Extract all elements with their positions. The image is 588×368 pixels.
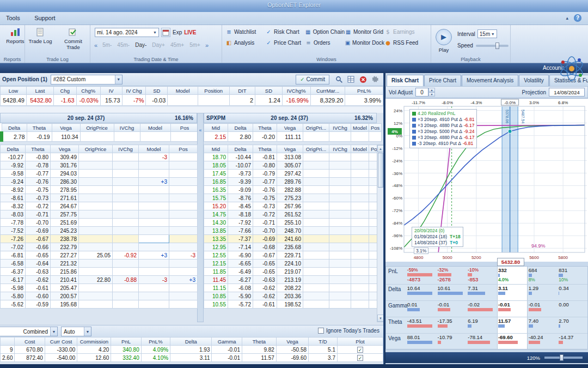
grid-row[interactable]: 12.55-6.90-0.67229.71 (204, 251, 382, 260)
chevron-down-icon[interactable]: ▼ (153, 31, 157, 34)
window-toggle-monitor-grid[interactable]: ▦Monitor Grid (345, 29, 384, 35)
grid-row[interactable]: 10.85-5.90-0.62203.36 (204, 292, 382, 300)
plot-checkbox[interactable]: ✓ (357, 355, 363, 361)
commit-trade-button[interactable]: Commit Trade (58, 25, 88, 50)
grid-row[interactable]: 14.30-7.92-0.71255.10 (204, 219, 382, 227)
grid-row[interactable]: -7.78-0.70251.69 (1, 219, 198, 227)
grid-row[interactable]: -8.61-0.73271.61 (1, 194, 198, 202)
tab-risk-chart[interactable]: Risk Chart (387, 75, 424, 86)
grid-row[interactable]: 11.45-6.27-0.63213.19 (204, 276, 382, 284)
window-toggle-watchlist[interactable]: ≣Watchlist (225, 29, 265, 35)
grid-view-icon[interactable] (347, 75, 355, 83)
close-position-icon[interactable] (359, 75, 367, 83)
speed-slider-thumb[interactable] (495, 43, 499, 49)
gear-icon[interactable] (371, 75, 379, 83)
grid-row[interactable]: 16.35-9.09-0.76282.88 (204, 186, 382, 194)
reports-button[interactable]: Reports (0, 25, 25, 44)
grid-row[interactable]: 14.75-8.18-0.72261.52 (204, 210, 382, 219)
grid-row[interactable]: 2.152.80-0.20111.11 (204, 132, 382, 142)
grid-scrollbar[interactable]: ▲ ▼ (377, 144, 384, 322)
window-toggle-monitor-dock[interactable]: ▣Monitor Dock (345, 40, 384, 46)
plot-checkbox[interactable]: ✓ (357, 347, 363, 353)
zoom-slider-thumb[interactable] (560, 354, 564, 361)
grid-row[interactable]: -6.81-0.65227.2725.05-0.92+3-3 (1, 251, 198, 260)
grid-row[interactable]: -6.58-0.64221.32 (1, 260, 198, 268)
nav-45m[interactable]: 45m- (115, 41, 132, 49)
commit-button[interactable]: ✓ Commit (296, 75, 329, 85)
grid-row[interactable]: -9.92-0.78301.76 (1, 161, 198, 170)
grid-row[interactable]: 12.95-7.14-0.68235.68 (204, 243, 382, 251)
grid-row[interactable]: -7.26-0.67238.78 (1, 235, 198, 243)
window-toggle-option-chain[interactable]: ▦Option Chain (305, 29, 345, 35)
scroll-down-icon[interactable]: ▼ (377, 315, 384, 322)
grid-row[interactable]: 18.05-10.07-0.80305.07 (204, 161, 382, 170)
tab-volatility[interactable]: Volatility (519, 75, 549, 86)
nav-back-icon[interactable]: « (93, 42, 99, 49)
window-toggle-analysis[interactable]: ◧Analysis (225, 40, 265, 46)
chevron-down-icon[interactable]: ▼ (50, 327, 57, 336)
grid-row[interactable]: -5.62-0.59195.68 (1, 300, 198, 309)
interval-select[interactable]: 15m ▼ (477, 29, 497, 38)
grid-row[interactable]: -9.24-0.76286.30+3 (1, 178, 198, 186)
ignore-trades-checkbox[interactable] (318, 328, 324, 334)
grid-row[interactable]: -6.17-0.62210.4122.80-0.88-3+3 (1, 276, 198, 284)
live-indicator[interactable]: LIVE (184, 29, 196, 35)
stepper-down-icon[interactable]: ▼ (428, 92, 435, 96)
auto-select[interactable]: Auto ▼ (61, 327, 91, 336)
chevron-down-icon[interactable]: ▼ (115, 75, 122, 84)
menu-support[interactable]: Support (28, 12, 62, 21)
chevron-down-icon[interactable]: ▼ (491, 32, 495, 36)
grid-row[interactable]: -6.37-0.63215.86 (1, 268, 198, 276)
help-icon[interactable]: ? (574, 14, 581, 22)
collapse-left-icon[interactable]: « (198, 128, 203, 133)
grid-row[interactable]: 5428.495432.80-1.63-0.03%15.73-7%-0.0321… (1, 95, 383, 106)
grid-row[interactable]: -8.03-0.71257.75 (1, 210, 198, 219)
grid-row[interactable]: 11.85-6.49-0.65219.07 (204, 268, 382, 276)
window-toggle-orders[interactable]: ≡Orders (305, 40, 345, 46)
scroll-up-icon[interactable]: ▲ (377, 145, 384, 152)
window-toggle-rss-feed[interactable]: ●RSS Feed (384, 40, 424, 46)
scrollbar-thumb[interactable] (378, 153, 383, 188)
grid-row[interactable]: 15.20-8.45-0.73267.96 (204, 202, 382, 210)
strategy-view-select[interactable]: Combined ▼ (0, 327, 58, 336)
grid-row[interactable]: 16.85-9.39-0.77289.76 (204, 178, 382, 186)
window-toggle-earnings[interactable]: $Earnings (384, 29, 424, 35)
tab-movement-analysis[interactable]: Movement Analysis (462, 75, 518, 86)
grid-row[interactable]: 13.35-7.37-0.69241.60 (204, 235, 382, 243)
window-toggle-risk-chart[interactable]: ✓Risk Chart (265, 29, 305, 35)
speed-slider[interactable] (476, 45, 509, 47)
grid-row[interactable]: 10.55-5.72-0.61198.52 (204, 300, 382, 309)
grid-row[interactable]: 17.45-9.73-0.79297.42 (204, 170, 382, 178)
grid-row[interactable]: -7.02-0.66232.79 (1, 243, 198, 251)
ribbon-collapse-icon[interactable]: ▴ (566, 15, 568, 21)
grid-row[interactable]: -10.27-0.80309.49-3 (1, 153, 198, 161)
grid-splitter[interactable]: « (197, 113, 204, 322)
calendar-icon[interactable] (161, 28, 170, 37)
menu-tools[interactable]: Tools (0, 12, 26, 21)
nav-5m[interactable]: 5m- (100, 41, 114, 49)
trade-log-button[interactable]: Trade Log (25, 25, 56, 44)
nav-45m[interactable]: 45m+ (168, 41, 186, 49)
grid-row[interactable]: 13.85-7.66-0.70248.70 (204, 227, 382, 235)
nav-5m[interactable]: 5m+ (187, 41, 203, 49)
grid-row[interactable]: 2.78-0.19110.34 (2, 132, 199, 142)
strategy-summary-row[interactable]: 2.60872.40-540.0012.60332.404.10%3.11-0.… (1, 354, 383, 362)
play-button[interactable]: ▶ (436, 29, 452, 45)
grid-row[interactable]: 11.15-6.08-0.62208.22 (204, 284, 382, 292)
grid-row[interactable]: 12.15-6.65-0.65224.10 (204, 260, 382, 268)
strategy-summary-row[interactable]: 9670.80-330.004.20340.804.09%1.93-0.019.… (1, 346, 383, 354)
grid-row[interactable]: -8.32-0.72264.67 (1, 202, 198, 210)
chevron-down-icon[interactable]: ▼ (84, 327, 91, 336)
grid-row[interactable]: -8.92-0.75278.95 (1, 186, 198, 194)
grid-row[interactable]: -5.98-0.61205.47 (1, 284, 198, 292)
grid-row[interactable]: 18.70-10.44-0.81313.08 (204, 153, 382, 161)
nav-day[interactable]: Day- (133, 41, 149, 49)
zoom-slider[interactable] (544, 357, 583, 359)
projection-date-input[interactable]: 14/08/2024 (549, 88, 585, 96)
grid-row[interactable]: -9.58-0.77294.03 (1, 170, 198, 178)
vol-adjust-stepper[interactable]: 0 ▲ ▼ (415, 88, 435, 96)
nav-day[interactable]: Day+ (150, 41, 167, 49)
tab-price-chart[interactable]: Price Chart (424, 75, 461, 86)
strategy-select[interactable]: #282 Custom ▼ (51, 75, 122, 85)
search-icon[interactable] (335, 75, 343, 83)
